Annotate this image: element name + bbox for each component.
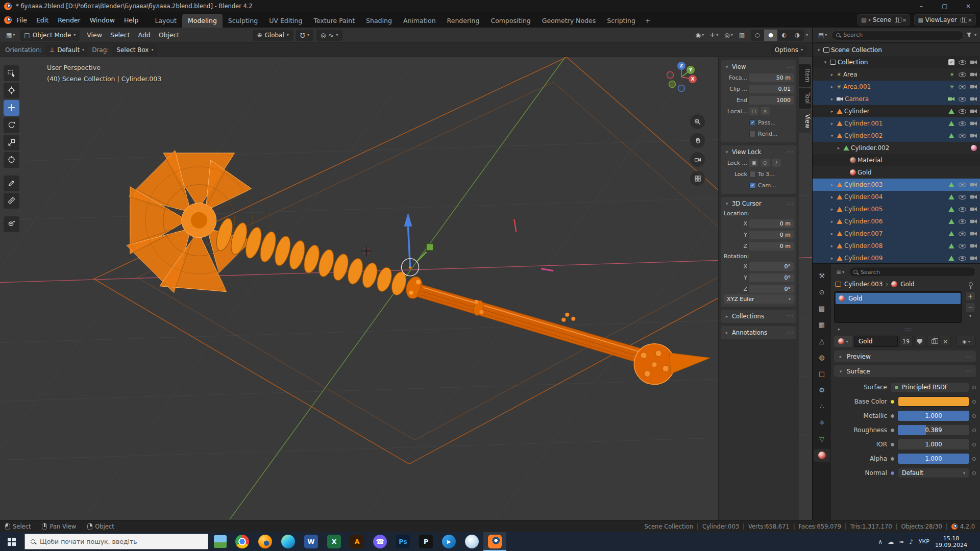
properties-tab-output[interactable]: ▤ bbox=[814, 302, 830, 315]
remove-viewlayer-icon[interactable]: × bbox=[968, 17, 972, 23]
expander-icon[interactable]: ▸ bbox=[829, 182, 835, 187]
taskbar-app-photoshop[interactable]: Ps bbox=[391, 532, 414, 551]
tool-measure[interactable] bbox=[4, 193, 19, 209]
collections-panel-header[interactable]: ▸Collections∷∷ bbox=[724, 311, 794, 321]
cam-icon[interactable] bbox=[970, 183, 977, 187]
fake-user-button[interactable] bbox=[914, 336, 925, 347]
shading-wireframe-button[interactable]: ○ bbox=[751, 30, 764, 41]
tool-transform[interactable] bbox=[4, 152, 19, 168]
local-camera-icon[interactable]: □ bbox=[749, 107, 758, 115]
rotation-order-dropdown[interactable]: XYZ Euler▾ bbox=[724, 294, 794, 304]
eye-icon[interactable] bbox=[959, 97, 966, 102]
tool-select-box[interactable] bbox=[4, 65, 19, 81]
tool-cursor[interactable] bbox=[4, 83, 19, 98]
tray-volume-icon[interactable]: ♪ bbox=[909, 538, 913, 545]
workspace-tab-scripting[interactable]: Scripting bbox=[601, 14, 641, 28]
menu-edit[interactable]: Edit bbox=[32, 14, 53, 26]
properties-tab-object[interactable]: □ bbox=[814, 367, 830, 380]
properties-tab-modifiers[interactable]: ⚙ bbox=[814, 384, 830, 396]
zoom-icon[interactable] bbox=[690, 114, 705, 129]
keyframe-dot[interactable] bbox=[972, 400, 976, 404]
outliner-editor-type-button[interactable]: ▤▾ bbox=[816, 31, 829, 40]
expander-icon[interactable]: ▸ bbox=[829, 96, 835, 102]
cursor-rotation-x-field[interactable]: 0° bbox=[749, 262, 794, 271]
snapping-toggle[interactable]: Ω ▾ bbox=[296, 30, 313, 41]
eye-icon[interactable] bbox=[959, 183, 966, 187]
workspace-tab-compositing[interactable]: Compositing bbox=[485, 14, 536, 28]
cam-icon[interactable] bbox=[970, 109, 977, 114]
lock-object-icon[interactable]: / bbox=[772, 159, 781, 167]
expander-icon[interactable]: ▾ bbox=[829, 133, 835, 138]
expander-icon[interactable]: ▸ bbox=[829, 243, 835, 248]
start-button[interactable] bbox=[0, 532, 23, 551]
value-slider[interactable]: 1.000 bbox=[898, 439, 969, 449]
viewport-menu-add[interactable]: Add bbox=[134, 30, 155, 40]
sidebar-tab-tool[interactable]: Tool bbox=[799, 88, 811, 108]
taskbar-app-excel[interactable]: X bbox=[323, 532, 346, 551]
properties-tab-particles[interactable]: ∴ bbox=[814, 400, 830, 413]
keyframe-dot[interactable] bbox=[972, 414, 976, 418]
expander-icon[interactable]: ▸ bbox=[829, 84, 835, 89]
taskbar-app-media-player[interactable]: ▶ bbox=[437, 532, 460, 551]
sidebar-tab-item[interactable]: Item bbox=[799, 64, 811, 87]
expander-icon[interactable]: ▸ bbox=[829, 194, 835, 199]
outliner-row-cylinder-009[interactable]: ▸Cylinder.009 bbox=[813, 252, 980, 263]
menu-render[interactable]: Render bbox=[53, 14, 85, 26]
editor-type-button[interactable]: ▦▾ bbox=[4, 31, 17, 40]
cam-icon[interactable] bbox=[970, 219, 977, 224]
material-slot-list[interactable]: Gold bbox=[834, 291, 962, 323]
end-field[interactable]: 1000 bbox=[749, 96, 794, 105]
workspace-tab-texture-paint[interactable]: Texture Paint bbox=[308, 14, 360, 28]
language-indicator[interactable]: УКР bbox=[919, 538, 929, 545]
tool-scale[interactable] bbox=[4, 135, 19, 151]
unlink-scene-icon[interactable]: × bbox=[902, 17, 906, 23]
expander-icon[interactable]: ▸ bbox=[829, 219, 835, 224]
add-slot-button[interactable]: + bbox=[965, 291, 975, 301]
options-dropdown[interactable]: Options ▾ bbox=[771, 44, 807, 56]
shading-solid-button[interactable]: ● bbox=[764, 30, 777, 41]
tool-add-cube[interactable] bbox=[4, 216, 19, 232]
outliner-row-collection[interactable]: ▾Collection bbox=[813, 56, 980, 68]
grid-toggle-icon[interactable] bbox=[690, 171, 705, 186]
drag-dropdown[interactable]: Select Box ▾ bbox=[112, 44, 157, 56]
mode-selector[interactable]: □ Object Mode ▾ bbox=[20, 30, 80, 41]
cursor-location-y-field[interactable]: 0 m bbox=[749, 231, 794, 239]
workspace-tab-layout[interactable]: Layout bbox=[149, 14, 182, 28]
workspace-tab-animation[interactable]: Animation bbox=[398, 14, 442, 28]
outliner-row-cylinder[interactable]: ▸Cylinder bbox=[813, 105, 980, 117]
remove-slot-button[interactable]: − bbox=[965, 303, 975, 312]
clip-field[interactable]: 0.01 bbox=[749, 85, 794, 93]
keyframe-dot[interactable] bbox=[972, 386, 976, 389]
outliner-row-cylinder-001[interactable]: ▸Cylinder.001 bbox=[813, 117, 980, 130]
preview-panel-header[interactable]: ▸ Preview ∷∷ bbox=[834, 350, 976, 362]
view-lock-panel-header[interactable]: ▾View Lock∷∷ bbox=[724, 147, 794, 157]
expander-icon[interactable]: ▸ bbox=[829, 121, 835, 126]
browse-material-button[interactable]: ▾ bbox=[834, 336, 852, 347]
xray-toggle[interactable]: ▥ bbox=[737, 31, 747, 40]
sidebar-tab-view[interactable]: View bbox=[799, 110, 811, 133]
eye-icon[interactable] bbox=[959, 60, 966, 65]
eye-icon[interactable] bbox=[959, 134, 966, 138]
outliner-row-cylinder-002[interactable]: ▸Cylinder.002 bbox=[813, 142, 980, 154]
cursor-rotation-z-field[interactable]: 0° bbox=[749, 285, 794, 293]
proportional-editing-toggle[interactable]: ◎ ∿ ▾ bbox=[316, 30, 342, 41]
copy-material-button[interactable] bbox=[927, 336, 938, 347]
workspace-tab-shading[interactable]: Shading bbox=[360, 14, 398, 28]
camera-view-icon[interactable] bbox=[690, 152, 705, 167]
cam-icon[interactable] bbox=[970, 72, 977, 77]
cam-icon[interactable] bbox=[970, 232, 977, 236]
breadcrumb-object[interactable]: Cylinder.003 bbox=[844, 281, 883, 288]
tool-move[interactable] bbox=[4, 100, 19, 116]
shading-material-button[interactable]: ◐ bbox=[777, 30, 791, 41]
outliner-row-cylinder-002[interactable]: ▾Cylinder.002 bbox=[813, 130, 980, 142]
local-camera-icon[interactable]: × bbox=[761, 107, 770, 115]
filter-icon[interactable] bbox=[966, 33, 972, 38]
pin-icon[interactable] bbox=[969, 282, 973, 286]
properties-editor-type-button[interactable]: ≡▾ bbox=[834, 267, 846, 277]
value-dropdown[interactable]: Default▾ bbox=[898, 468, 969, 478]
navigation-gizmo[interactable]: Z Y X bbox=[665, 60, 698, 94]
cursor-rotation-y-field[interactable]: 0° bbox=[749, 273, 794, 282]
eye-icon[interactable] bbox=[959, 85, 966, 89]
annotations-panel-header[interactable]: ▸Annotations∷∷ bbox=[724, 328, 794, 338]
value-slider[interactable]: 0.389 bbox=[898, 425, 969, 435]
